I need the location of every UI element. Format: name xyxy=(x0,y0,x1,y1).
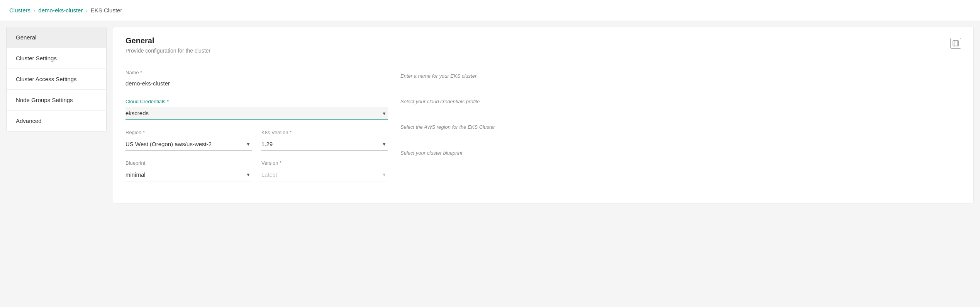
region-field-group: Region * US West (Oregon) aws/us-west-2 … xyxy=(125,130,252,151)
breadcrumb-current: EKS Cluster xyxy=(91,7,122,14)
breadcrumb-sep-2: › xyxy=(86,7,87,13)
hint-region: Select the AWS region for the EKS Cluste… xyxy=(400,124,509,131)
credentials-label: Cloud Credentials * xyxy=(125,99,388,104)
page-subtitle: Provide configuration for the cluster xyxy=(125,48,210,54)
name-field-group: Name * xyxy=(125,70,388,89)
blueprint-label: Blueprint xyxy=(125,160,252,166)
k8s-label: K8s Version * xyxy=(261,130,388,135)
blueprint-select-wrapper: minimal ▼ xyxy=(125,168,252,181)
name-input[interactable] xyxy=(125,78,388,89)
breadcrumb-sep-1: › xyxy=(34,7,35,13)
region-select[interactable]: US West (Oregon) aws/us-west-2 xyxy=(125,138,252,151)
content-header-left: General Provide configuration for the cl… xyxy=(125,36,210,54)
version-select-wrapper: Latest ▼ xyxy=(261,168,388,181)
breadcrumb: Clusters › demo-eks-cluster › EKS Cluste… xyxy=(0,0,980,20)
expand-button[interactable] xyxy=(950,38,961,49)
version-select[interactable]: Latest xyxy=(261,168,388,181)
credentials-select[interactable]: ekscreds xyxy=(125,107,388,120)
region-label: Region * xyxy=(125,130,252,135)
breadcrumb-clusters[interactable]: Clusters xyxy=(9,7,31,14)
blueprint-version-row: Blueprint minimal ▼ Version * Latest xyxy=(125,160,388,191)
sidebar-item-cluster-access-settings[interactable]: Cluster Access Settings xyxy=(7,69,106,90)
region-select-wrapper: US West (Oregon) aws/us-west-2 ▼ xyxy=(125,138,252,151)
hint-credentials: Select your cloud credentials profile xyxy=(400,98,509,105)
hints-section: Enter a name for your EKS cluster Select… xyxy=(400,70,509,191)
sidebar: General Cluster Settings Cluster Access … xyxy=(6,27,107,131)
sidebar-item-node-groups-settings[interactable]: Node Groups Settings xyxy=(7,90,106,111)
hint-blueprint: Select your cluster blueprint xyxy=(400,150,509,157)
k8s-select-wrapper: 1.29 ▼ xyxy=(261,138,388,151)
credentials-select-wrapper: ekscreds ▼ xyxy=(125,107,388,120)
content-body: Name * Cloud Credentials * ekscreds ▼ xyxy=(113,60,973,203)
region-k8s-row: Region * US West (Oregon) aws/us-west-2 … xyxy=(125,130,388,160)
sidebar-item-cluster-settings[interactable]: Cluster Settings xyxy=(7,48,106,69)
name-label: Name * xyxy=(125,70,388,75)
version-label: Version * xyxy=(261,160,388,166)
version-field-group: Version * Latest ▼ xyxy=(261,160,388,181)
breadcrumb-demo-cluster[interactable]: demo-eks-cluster xyxy=(38,7,83,14)
k8s-field-group: K8s Version * 1.29 ▼ xyxy=(261,130,388,151)
credentials-field-group: Cloud Credentials * ekscreds ▼ xyxy=(125,99,388,120)
page-title: General xyxy=(125,36,210,45)
content-panel: General Provide configuration for the cl… xyxy=(113,27,974,203)
sidebar-item-general[interactable]: General xyxy=(7,27,106,48)
sidebar-item-advanced[interactable]: Advanced xyxy=(7,111,106,131)
form-section: Name * Cloud Credentials * ekscreds ▼ xyxy=(125,70,388,191)
hint-name: Enter a name for your EKS cluster xyxy=(400,73,509,80)
expand-icon xyxy=(953,40,959,46)
blueprint-select[interactable]: minimal xyxy=(125,168,252,181)
k8s-select[interactable]: 1.29 xyxy=(261,138,388,151)
content-header: General Provide configuration for the cl… xyxy=(113,27,973,60)
svg-rect-0 xyxy=(953,41,958,46)
blueprint-field-group: Blueprint minimal ▼ xyxy=(125,160,252,181)
